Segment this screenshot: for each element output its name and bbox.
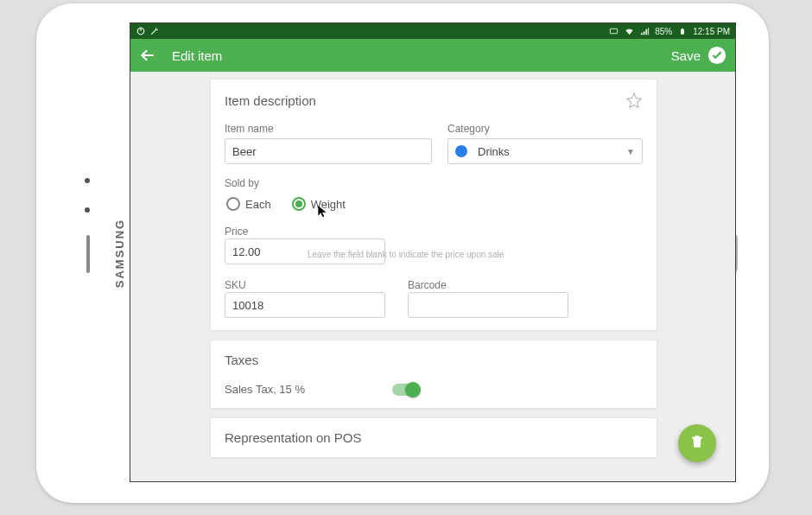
clock-time: 12:15 PM — [693, 27, 730, 36]
radio-each[interactable]: Each — [226, 197, 271, 211]
action-bar: Edit item Save — [130, 39, 735, 72]
check-circle-icon — [707, 46, 726, 65]
signal-icon — [639, 26, 650, 36]
category-select[interactable]: Drinks ▼ — [447, 138, 643, 164]
delete-fab[interactable] — [678, 424, 716, 462]
switch-knob — [405, 382, 421, 397]
back-button[interactable] — [139, 47, 156, 64]
wifi-icon — [624, 26, 634, 36]
price-hint: Leave the field blank to indicate the pr… — [308, 250, 504, 259]
radio-icon — [226, 197, 240, 211]
svg-rect-4 — [681, 29, 684, 34]
radio-icon — [292, 197, 306, 211]
star-icon[interactable] — [625, 92, 643, 109]
content-area: Item description Item name Category — [130, 72, 735, 481]
sku-input[interactable] — [225, 292, 385, 318]
svg-rect-3 — [610, 29, 617, 34]
item-name-input[interactable] — [225, 138, 432, 164]
speaker-grill — [86, 235, 90, 273]
price-label: Price — [225, 226, 248, 238]
radio-label-each: Each — [245, 198, 271, 211]
battery-icon — [677, 26, 688, 36]
barcode-input[interactable] — [408, 292, 568, 318]
page-title: Edit item — [172, 48, 222, 63]
item-description-card: Item description Item name Category — [210, 79, 657, 331]
tablet-frame: SAMSUNG — [36, 3, 769, 503]
category-color-swatch — [455, 145, 467, 157]
save-label: Save — [671, 48, 701, 63]
tax-line-label: Sales Tax, 15 % — [225, 383, 305, 396]
representation-card: Representation on POS — [210, 417, 657, 458]
device-screen: 85% 12:15 PM Edit item Save — [130, 22, 736, 482]
barcode-label: Barcode — [408, 279, 447, 291]
category-value: Drinks — [478, 145, 510, 158]
wrench-icon — [149, 26, 160, 36]
svg-rect-5 — [682, 28, 683, 29]
sku-label: SKU — [225, 279, 246, 291]
section-title: Representation on POS — [225, 430, 361, 445]
cast-icon — [608, 26, 619, 36]
power-icon — [136, 26, 146, 36]
mouse-cursor-icon — [316, 205, 328, 217]
trash-icon — [689, 434, 705, 453]
sensor-dot — [85, 178, 90, 183]
category-label: Category — [447, 123, 643, 135]
brand-logo: SAMSUNG — [113, 219, 126, 288]
sold-by-label: Sold by — [225, 177, 259, 189]
item-name-label: Item name — [225, 123, 432, 135]
taxes-card: Taxes Sales Tax, 15 % — [210, 340, 657, 409]
battery-percent: 85% — [655, 27, 672, 36]
sensor-dot — [85, 207, 90, 213]
section-title: Taxes — [225, 353, 258, 367]
save-button[interactable]: Save — [671, 46, 726, 65]
tax-toggle[interactable] — [392, 384, 418, 396]
section-title: Item description — [225, 93, 316, 108]
status-bar: 85% 12:15 PM — [130, 23, 735, 39]
chevron-down-icon: ▼ — [626, 147, 635, 156]
